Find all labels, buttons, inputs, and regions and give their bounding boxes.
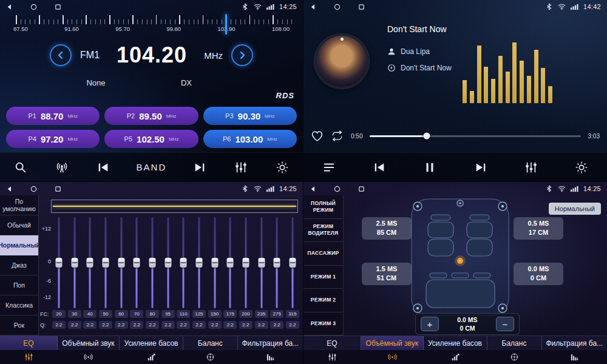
previous-icon[interactable] bbox=[95, 160, 111, 175]
slider-knob[interactable] bbox=[289, 258, 296, 268]
home-icon[interactable] bbox=[334, 186, 341, 192]
favorite-icon[interactable] bbox=[311, 130, 324, 142]
settings-icon[interactable] bbox=[574, 160, 589, 175]
playlist-icon[interactable] bbox=[321, 160, 337, 175]
seek-down-button[interactable] bbox=[50, 44, 72, 66]
slider-knob[interactable] bbox=[118, 258, 124, 268]
filter-tab-icon[interactable] bbox=[238, 350, 303, 364]
listening-mode-item[interactable]: РЕЖИМ 3 bbox=[304, 312, 343, 336]
decrease-delay-button[interactable]: − bbox=[496, 317, 514, 331]
pause-icon[interactable] bbox=[422, 160, 438, 175]
eq-band-slider[interactable] bbox=[192, 217, 206, 308]
slider-knob[interactable] bbox=[149, 258, 155, 268]
eq-band-slider[interactable] bbox=[130, 217, 143, 308]
increase-delay-button[interactable]: + bbox=[421, 317, 439, 331]
home-icon[interactable] bbox=[334, 4, 341, 10]
eq-preset-item[interactable]: Рок bbox=[0, 315, 38, 335]
back-icon[interactable] bbox=[6, 186, 13, 192]
slider-knob[interactable] bbox=[195, 258, 202, 268]
audio-tab[interactable]: Объёмный звук bbox=[361, 336, 424, 350]
balance-tab-icon[interactable] bbox=[487, 350, 542, 364]
eq-preset-item[interactable]: По умолчанию bbox=[0, 195, 38, 215]
eq-band-slider[interactable] bbox=[239, 217, 253, 308]
rear-left-delay[interactable]: 1.5 MS 51 CM bbox=[362, 263, 412, 285]
front-right-delay[interactable]: 0.5 MS 17 CM bbox=[514, 217, 563, 240]
recents-icon[interactable] bbox=[358, 186, 365, 192]
recents-icon[interactable] bbox=[358, 4, 365, 10]
eq-preset-item[interactable]: Джаз bbox=[0, 255, 38, 275]
band-button[interactable]: BAND bbox=[137, 162, 167, 172]
slider-knob[interactable] bbox=[180, 258, 187, 268]
slider-knob[interactable] bbox=[258, 258, 265, 268]
eq-band-slider[interactable] bbox=[68, 217, 81, 308]
next-track-icon[interactable] bbox=[473, 160, 489, 175]
slider-knob[interactable] bbox=[164, 258, 171, 268]
listening-mode-item[interactable]: ПОЛНЫЙ РЕЖИМ bbox=[304, 195, 343, 219]
listening-mode-item[interactable]: ПАССАЖИР bbox=[304, 242, 343, 266]
eq-band-slider[interactable] bbox=[255, 217, 268, 308]
preset-button[interactable]: P5 102.50 MHz bbox=[104, 130, 198, 148]
seek-bar[interactable] bbox=[370, 135, 580, 137]
home-icon[interactable] bbox=[30, 4, 37, 10]
listening-mode-item[interactable]: РЕЖИМ 1 bbox=[304, 266, 343, 289]
back-icon[interactable] bbox=[6, 4, 13, 10]
rear-right-delay[interactable]: 0.0 MS 0 CM bbox=[514, 263, 563, 285]
slider-knob[interactable] bbox=[211, 258, 218, 268]
eq-band-slider[interactable] bbox=[223, 217, 237, 308]
bass-boost-tab-icon[interactable] bbox=[120, 350, 183, 364]
back-icon[interactable] bbox=[310, 186, 316, 192]
seek-up-button[interactable] bbox=[231, 44, 253, 66]
eq-preset-item[interactable]: Обычай bbox=[0, 215, 38, 235]
slider-knob[interactable] bbox=[102, 258, 109, 268]
audio-tab[interactable]: EQ bbox=[304, 336, 361, 350]
sound-profile-chip[interactable]: Нормальный bbox=[549, 203, 601, 215]
preset-button[interactable]: P2 89.50 MHz bbox=[104, 107, 198, 125]
eq-band-slider[interactable] bbox=[270, 217, 283, 308]
balance-tab-icon[interactable] bbox=[183, 350, 238, 364]
recents-icon[interactable] bbox=[55, 4, 61, 10]
eq-band-slider[interactable] bbox=[52, 217, 66, 308]
bass-boost-tab-icon[interactable] bbox=[424, 350, 487, 364]
preset-button[interactable]: P6 103.00 MHz bbox=[203, 130, 297, 148]
slider-knob[interactable] bbox=[242, 258, 249, 268]
slider-knob[interactable] bbox=[56, 258, 63, 268]
surround-tab-icon[interactable] bbox=[361, 350, 424, 364]
listening-mode-item[interactable]: РЕЖИМ ВОДИТЕЛЯ bbox=[304, 219, 343, 243]
audio-tab[interactable]: Баланс bbox=[183, 336, 238, 350]
audio-tab[interactable]: Баланс bbox=[487, 336, 542, 350]
equalizer-icon[interactable] bbox=[233, 160, 249, 175]
front-left-delay[interactable]: 2.5 MS 85 CM bbox=[362, 217, 412, 240]
eq-band-slider[interactable] bbox=[99, 217, 112, 308]
recents-icon[interactable] bbox=[55, 186, 61, 192]
home-icon[interactable] bbox=[30, 186, 37, 192]
eq-band-slider[interactable] bbox=[146, 217, 159, 308]
eq-band-slider[interactable] bbox=[177, 217, 190, 308]
listening-mode-item[interactable]: РЕЖИМ 2 bbox=[304, 289, 343, 312]
repeat-icon[interactable] bbox=[331, 130, 344, 142]
audio-tab[interactable]: Усиление басов bbox=[120, 336, 183, 350]
eq-band-slider[interactable] bbox=[115, 217, 128, 308]
progress-knob[interactable] bbox=[424, 133, 430, 140]
surround-tab-icon[interactable] bbox=[58, 350, 120, 364]
audio-tab[interactable]: Фильтрация ба... bbox=[238, 336, 303, 350]
slider-knob[interactable] bbox=[227, 258, 234, 268]
previous-track-icon[interactable] bbox=[371, 160, 387, 175]
broadcast-icon[interactable] bbox=[54, 160, 70, 175]
eq-preset-item[interactable]: Классика bbox=[0, 295, 38, 315]
back-icon[interactable] bbox=[310, 4, 316, 10]
settings-icon[interactable] bbox=[274, 160, 290, 175]
eq-preset-item[interactable]: Нормальный bbox=[0, 235, 38, 255]
next-icon[interactable] bbox=[192, 160, 208, 175]
filter-tab-icon[interactable] bbox=[542, 350, 607, 364]
audio-tab[interactable]: EQ bbox=[0, 336, 58, 350]
slider-knob[interactable] bbox=[274, 258, 280, 268]
eq-band-slider[interactable] bbox=[208, 217, 222, 308]
slider-knob[interactable] bbox=[71, 258, 78, 268]
scan-icon[interactable] bbox=[13, 160, 29, 175]
slider-knob[interactable] bbox=[87, 258, 93, 268]
slider-knob[interactable] bbox=[134, 258, 140, 268]
preset-button[interactable]: P1 88.70 MHz bbox=[6, 107, 100, 125]
audio-tab[interactable]: Фильтрация ба... bbox=[542, 336, 607, 350]
audio-tab[interactable]: Объёмный звук bbox=[58, 336, 120, 350]
eq-band-slider[interactable] bbox=[83, 217, 97, 308]
